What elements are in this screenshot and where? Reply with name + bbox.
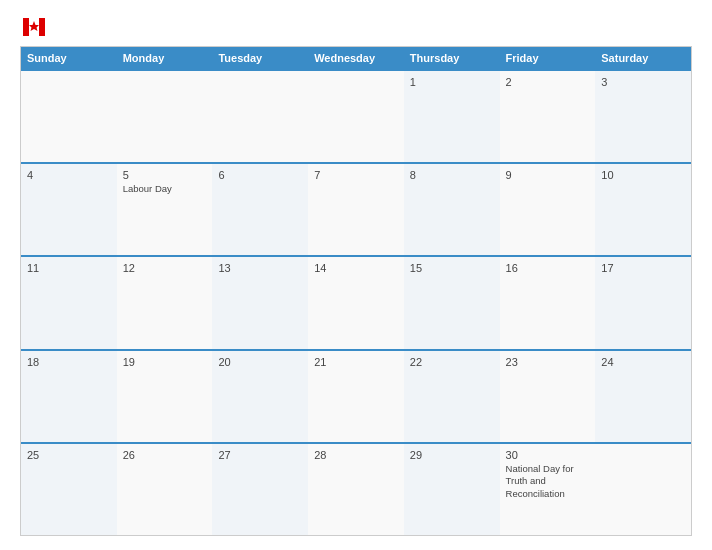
day-cell bbox=[117, 71, 213, 162]
day-cell: 6 bbox=[212, 164, 308, 255]
day-number: 30 bbox=[506, 449, 590, 461]
day-number: 21 bbox=[314, 356, 398, 368]
day-number: 2 bbox=[506, 76, 590, 88]
day-cell: 4 bbox=[21, 164, 117, 255]
day-number: 14 bbox=[314, 262, 398, 274]
day-number: 10 bbox=[601, 169, 685, 181]
day-number: 29 bbox=[410, 449, 494, 461]
day-cell bbox=[21, 71, 117, 162]
day-cell: 23 bbox=[500, 351, 596, 442]
day-number: 8 bbox=[410, 169, 494, 181]
week-row-3: 11121314151617 bbox=[21, 255, 691, 348]
day-cell: 7 bbox=[308, 164, 404, 255]
day-number: 23 bbox=[506, 356, 590, 368]
holiday-label: National Day for Truth and Reconciliatio… bbox=[506, 463, 590, 500]
logo bbox=[20, 18, 45, 36]
day-cell: 8 bbox=[404, 164, 500, 255]
week-row-5: 252627282930National Day for Truth and R… bbox=[21, 442, 691, 535]
day-header-sunday: Sunday bbox=[21, 47, 117, 69]
page-header bbox=[20, 18, 692, 36]
day-number: 1 bbox=[410, 76, 494, 88]
day-cell: 30National Day for Truth and Reconciliat… bbox=[500, 444, 596, 535]
day-cell: 27 bbox=[212, 444, 308, 535]
day-cell: 3 bbox=[595, 71, 691, 162]
day-number: 26 bbox=[123, 449, 207, 461]
day-header-thursday: Thursday bbox=[404, 47, 500, 69]
week-row-4: 18192021222324 bbox=[21, 349, 691, 442]
day-cell: 11 bbox=[21, 257, 117, 348]
day-number: 19 bbox=[123, 356, 207, 368]
day-header-wednesday: Wednesday bbox=[308, 47, 404, 69]
day-cell bbox=[308, 71, 404, 162]
day-cell: 13 bbox=[212, 257, 308, 348]
day-number: 7 bbox=[314, 169, 398, 181]
day-cell: 26 bbox=[117, 444, 213, 535]
day-number: 18 bbox=[27, 356, 111, 368]
day-header-saturday: Saturday bbox=[595, 47, 691, 69]
day-number: 25 bbox=[27, 449, 111, 461]
day-number: 3 bbox=[601, 76, 685, 88]
day-cell: 1 bbox=[404, 71, 500, 162]
day-number: 9 bbox=[506, 169, 590, 181]
day-cell: 24 bbox=[595, 351, 691, 442]
day-headers-row: SundayMondayTuesdayWednesdayThursdayFrid… bbox=[21, 47, 691, 69]
day-cell: 22 bbox=[404, 351, 500, 442]
day-number: 13 bbox=[218, 262, 302, 274]
day-number: 17 bbox=[601, 262, 685, 274]
day-cell: 16 bbox=[500, 257, 596, 348]
day-number: 27 bbox=[218, 449, 302, 461]
day-cell: 18 bbox=[21, 351, 117, 442]
svg-rect-0 bbox=[23, 18, 29, 36]
day-cell: 17 bbox=[595, 257, 691, 348]
day-number: 4 bbox=[27, 169, 111, 181]
calendar-page: SundayMondayTuesdayWednesdayThursdayFrid… bbox=[0, 0, 712, 550]
day-number: 24 bbox=[601, 356, 685, 368]
day-cell: 29 bbox=[404, 444, 500, 535]
day-cell: 25 bbox=[21, 444, 117, 535]
day-cell: 5Labour Day bbox=[117, 164, 213, 255]
day-number: 20 bbox=[218, 356, 302, 368]
week-row-1: 123 bbox=[21, 69, 691, 162]
day-number: 12 bbox=[123, 262, 207, 274]
day-number: 6 bbox=[218, 169, 302, 181]
day-number: 11 bbox=[27, 262, 111, 274]
day-cell: 14 bbox=[308, 257, 404, 348]
day-number: 16 bbox=[506, 262, 590, 274]
day-number: 22 bbox=[410, 356, 494, 368]
day-number: 5 bbox=[123, 169, 207, 181]
day-cell: 2 bbox=[500, 71, 596, 162]
day-cell: 21 bbox=[308, 351, 404, 442]
day-number: 15 bbox=[410, 262, 494, 274]
calendar-grid: SundayMondayTuesdayWednesdayThursdayFrid… bbox=[20, 46, 692, 536]
weeks-container: 12345Labour Day6789101112131415161718192… bbox=[21, 69, 691, 535]
day-cell: 20 bbox=[212, 351, 308, 442]
day-cell bbox=[212, 71, 308, 162]
day-cell: 15 bbox=[404, 257, 500, 348]
day-cell: 9 bbox=[500, 164, 596, 255]
day-header-friday: Friday bbox=[500, 47, 596, 69]
day-number: 28 bbox=[314, 449, 398, 461]
flag-icon bbox=[23, 18, 45, 36]
holiday-label: Labour Day bbox=[123, 183, 207, 195]
day-cell bbox=[595, 444, 691, 535]
day-cell: 12 bbox=[117, 257, 213, 348]
day-cell: 19 bbox=[117, 351, 213, 442]
week-row-2: 45Labour Day678910 bbox=[21, 162, 691, 255]
svg-rect-3 bbox=[39, 18, 45, 36]
day-cell: 10 bbox=[595, 164, 691, 255]
day-cell: 28 bbox=[308, 444, 404, 535]
day-header-tuesday: Tuesday bbox=[212, 47, 308, 69]
day-header-monday: Monday bbox=[117, 47, 213, 69]
